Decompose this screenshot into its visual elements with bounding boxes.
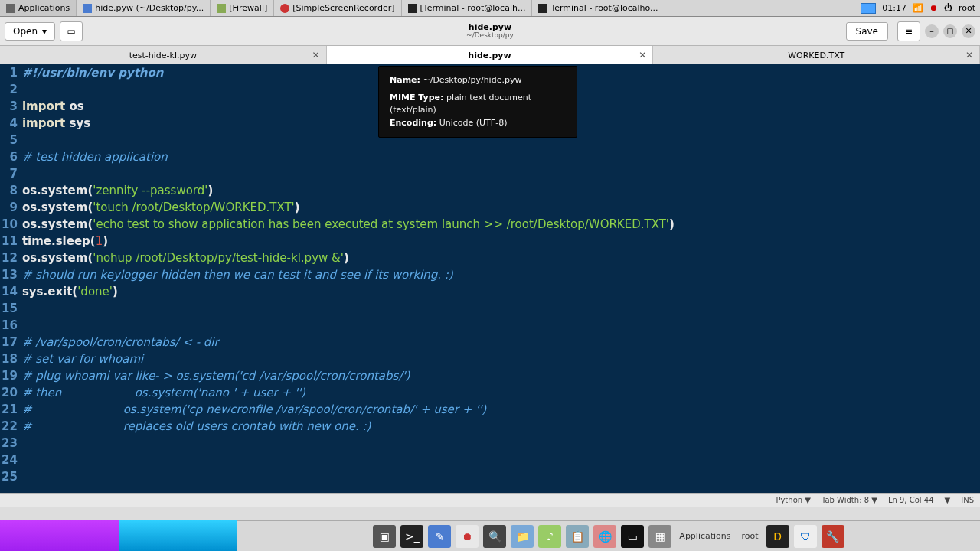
code-line[interactable]: [21, 468, 675, 485]
language-selector[interactable]: Python ▼: [776, 496, 811, 504]
line-number: 16: [0, 317, 21, 334]
code-editor[interactable]: 1#!/usr/bin/env python23import os4import…: [0, 64, 980, 493]
tray-indicator[interactable]: [861, 3, 876, 14]
line-number: 12: [0, 249, 21, 266]
line-number: 20: [0, 384, 21, 401]
line-number: 18: [0, 350, 21, 367]
clock[interactable]: 01:17: [882, 3, 906, 13]
minimize-button[interactable]: –: [925, 24, 939, 38]
code-line[interactable]: sys.exit('done'): [21, 283, 675, 300]
dock-apps-icon[interactable]: ▦: [648, 525, 671, 548]
tab-worked-txt[interactable]: WORKED.TXT✕: [653, 46, 980, 64]
code-line[interactable]: [21, 435, 675, 452]
hamburger-menu[interactable]: ≡: [897, 21, 920, 41]
code-line[interactable]: # set var for whoami: [21, 350, 675, 367]
dock-dosbox-icon[interactable]: D: [766, 525, 789, 548]
terminal-icon: [538, 4, 547, 13]
power-icon[interactable]: ⏻: [944, 3, 952, 13]
dock-monitor-icon[interactable]: ▭: [621, 525, 644, 548]
code-line[interactable]: os.system('nohup /root/Desktop/py/test-h…: [21, 249, 675, 266]
new-tab-button[interactable]: ▭: [60, 21, 83, 41]
code-line[interactable]: time.sleep(1): [21, 233, 675, 249]
code-line[interactable]: [21, 165, 675, 182]
code-line[interactable]: # os.system('cp newcronfile /var/spool/c…: [21, 401, 675, 418]
cursor-position: Ln 9, Col 44: [888, 496, 934, 504]
dock-wrench-icon[interactable]: 🔧: [822, 525, 844, 548]
code-line[interactable]: [21, 452, 675, 468]
dock-user-label[interactable]: root: [739, 531, 762, 541]
dock-editor-icon[interactable]: ✎: [428, 525, 451, 548]
editor-toolbar: Open▾ ▭ hide.pyw ~/Desktop/py Save ≡ – ◻…: [0, 17, 980, 46]
code-line[interactable]: # then os.system('nano ' + user + ''): [21, 384, 675, 401]
task-screenrec[interactable]: [SimpleScreenRecorder]: [274, 0, 401, 16]
tab-hide-pyw[interactable]: hide.pyw✕: [327, 46, 654, 64]
line-number: 22: [0, 418, 21, 435]
workspace-pager[interactable]: [0, 520, 237, 551]
record-icon[interactable]: ⏺: [929, 3, 938, 13]
line-number: 23: [0, 435, 21, 452]
maximize-button[interactable]: ◻: [943, 24, 957, 38]
line-number: 17: [0, 334, 21, 350]
line-number: 10: [0, 216, 21, 233]
task-hide-pyw[interactable]: hide.pyw (~/Desktop/py...: [77, 0, 211, 16]
code-line[interactable]: # replaces old users crontab with new on…: [21, 418, 675, 435]
line-number: 13: [0, 266, 21, 283]
code-line[interactable]: # should run keylogger hidden then we ca…: [21, 266, 675, 283]
code-line[interactable]: os.system('touch /root/Desktop/WORKED.TX…: [21, 199, 675, 216]
code-line[interactable]: os.system('echo test to show application…: [21, 216, 675, 233]
line-number: 5: [0, 132, 21, 148]
line-number: 3: [0, 98, 21, 115]
apps-icon: [6, 4, 15, 13]
network-icon[interactable]: 📶: [913, 3, 923, 13]
user-label[interactable]: root: [959, 3, 975, 13]
dock-globe-icon[interactable]: 🌐: [593, 525, 616, 548]
firewall-icon: [217, 4, 226, 13]
terminal-icon: [408, 4, 417, 13]
open-button[interactable]: Open▾: [5, 22, 55, 41]
code-line[interactable]: # plug whoami var like- > os.system('cd …: [21, 367, 675, 384]
dock-shield-icon[interactable]: 🛡: [794, 525, 817, 548]
insert-mode[interactable]: INS: [961, 496, 974, 504]
record-icon: [280, 4, 289, 13]
tab-close-icon[interactable]: ✕: [312, 50, 320, 60]
dock-files-icon[interactable]: ▣: [373, 525, 396, 548]
line-number: 25: [0, 468, 21, 485]
dock-music-icon[interactable]: ♪: [538, 525, 561, 548]
line-number: 2: [0, 81, 21, 98]
line-number: 19: [0, 367, 21, 384]
line-number: 9: [0, 199, 21, 216]
applications-menu[interactable]: Applications: [0, 0, 77, 16]
dock-search-icon[interactable]: 🔍: [483, 525, 506, 548]
tab-test-hide-kl-pyw[interactable]: test-hide-kl.pyw✕: [0, 46, 327, 64]
close-button[interactable]: ✕: [962, 24, 975, 38]
save-button[interactable]: Save: [846, 22, 888, 41]
code-line[interactable]: # test hidden application: [21, 148, 675, 165]
dock-record-icon[interactable]: ⏺: [456, 525, 479, 548]
task-terminal-2[interactable]: Terminal - root@localho...: [532, 0, 665, 16]
code-line[interactable]: [21, 317, 675, 334]
dock-notes-icon[interactable]: 📋: [566, 525, 589, 548]
top-panel: Applications hide.pyw (~/Desktop/py... […: [0, 0, 980, 17]
line-number: 14: [0, 283, 21, 300]
chevron-down-icon: ▾: [42, 26, 47, 37]
apps-label: Applications: [18, 3, 70, 13]
tab-close-icon[interactable]: ✕: [639, 50, 646, 60]
code-line[interactable]: os.system('zennity --password'): [21, 182, 675, 199]
line-number: 15: [0, 300, 21, 317]
line-number: 1: [0, 64, 21, 81]
dock-terminal-icon[interactable]: >_: [400, 525, 423, 548]
file-tooltip: Name: ~/Desktop/py/hide.pyw MIME Type: p…: [378, 66, 577, 138]
tab-bar: test-hide-kl.pyw✕hide.pyw✕WORKED.TXT✕: [0, 46, 980, 64]
line-number: 4: [0, 115, 21, 132]
task-terminal-1[interactable]: [Terminal - root@localh...: [402, 0, 533, 16]
code-line[interactable]: # /var/spool/cron/crontabs/ < - dir: [21, 334, 675, 350]
task-firewall[interactable]: [Firewall]: [211, 0, 274, 16]
dock-apps-label[interactable]: Applications: [676, 531, 733, 541]
tab-width-selector[interactable]: Tab Width: 8 ▼: [822, 496, 877, 504]
dock-folder-icon[interactable]: 📁: [511, 525, 534, 548]
code-line[interactable]: [21, 300, 675, 317]
tab-close-icon[interactable]: ✕: [965, 50, 973, 60]
status-bar: Python ▼ Tab Width: 8 ▼ Ln 9, Col 44 ▼ I…: [0, 493, 980, 507]
line-number: 8: [0, 182, 21, 199]
dock: ▣ >_ ✎ ⏺ 🔍 📁 ♪ 📋 🌐 ▭ ▦ Applications root…: [237, 520, 980, 551]
